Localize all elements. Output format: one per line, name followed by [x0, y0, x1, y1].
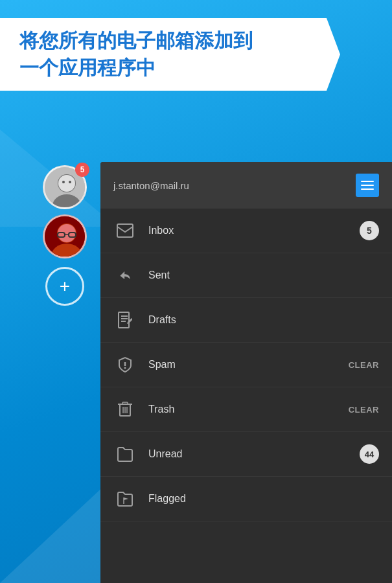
drafts-label: Drafts	[148, 314, 379, 326]
header-line1: 将您所有的电子邮箱添加到	[19, 30, 253, 51]
sent-label: Sent	[148, 269, 379, 281]
menu-panel: j.stanton@mail.ru Inbox 5	[100, 162, 392, 583]
svg-rect-13	[117, 224, 133, 237]
svg-rect-22	[122, 402, 128, 404]
drafts-icon	[113, 308, 137, 332]
header-line2: 一个应用程序中	[19, 57, 156, 78]
add-account-button[interactable]: +	[45, 267, 84, 306]
svg-point-5	[69, 181, 71, 183]
svg-point-4	[62, 181, 65, 183]
hamburger-button[interactable]	[356, 174, 379, 197]
trash-clear-button[interactable]: CLEAR	[349, 405, 379, 415]
account-email: j.stanton@mail.ru	[113, 180, 189, 191]
trash-label: Trash	[148, 404, 349, 415]
unread-badge: 44	[360, 444, 379, 464]
inbox-badge: 5	[360, 221, 379, 240]
menu-item-drafts[interactable]: Drafts	[100, 298, 392, 343]
inbox-icon	[113, 219, 137, 242]
menu-item-sent[interactable]: Sent	[100, 253, 392, 298]
sent-icon	[113, 264, 137, 287]
hamburger-line-3	[361, 189, 374, 190]
trash-icon	[113, 398, 137, 421]
account1-badge: 5	[75, 163, 89, 177]
flagged-icon	[113, 487, 137, 510]
account1-container[interactable]: 5	[43, 165, 87, 209]
unread-icon	[113, 442, 137, 466]
spam-icon	[113, 353, 137, 376]
menu-item-unread[interactable]: Unread 44	[100, 432, 392, 477]
menu-item-flagged[interactable]: Flagged	[100, 477, 392, 521]
account2-container[interactable]	[43, 214, 87, 258]
inbox-label: Inbox	[148, 225, 360, 236]
hamburger-line-1	[361, 181, 374, 182]
add-account-icon: +	[60, 276, 70, 297]
menu-item-trash[interactable]: Trash CLEAR	[100, 387, 392, 432]
unread-label: Unread	[148, 448, 360, 460]
menu-header: j.stanton@mail.ru	[100, 162, 392, 209]
spam-clear-button[interactable]: CLEAR	[349, 360, 379, 370]
header-banner: 将您所有的电子邮箱添加到 一个应用程序中	[0, 18, 340, 91]
main-panel: 5 + j.stan	[29, 162, 392, 583]
menu-item-inbox[interactable]: Inbox 5	[100, 209, 392, 253]
hamburger-line-2	[361, 185, 374, 186]
svg-rect-14	[119, 312, 129, 328]
avatar-sidebar: 5 +	[29, 162, 100, 583]
account2-avatar[interactable]	[43, 214, 87, 258]
svg-point-3	[58, 175, 75, 192]
header-chinese-text: 将您所有的电子邮箱添加到 一个应用程序中	[19, 27, 321, 82]
svg-point-19	[124, 367, 126, 369]
spam-label: Spam	[148, 359, 349, 371]
menu-item-spam[interactable]: Spam CLEAR	[100, 343, 392, 387]
flagged-label: Flagged	[148, 493, 379, 505]
